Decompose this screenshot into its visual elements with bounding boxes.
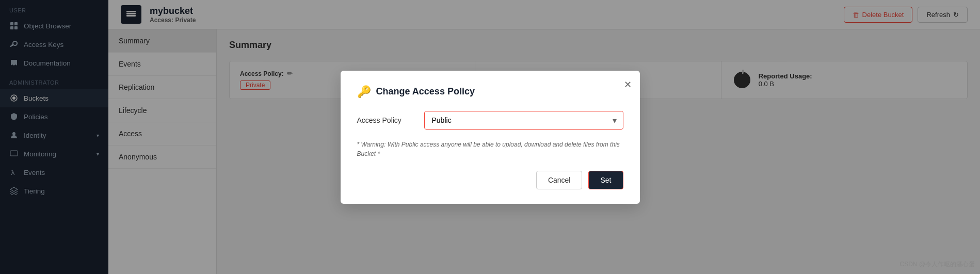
modal-header: 🔑 Change Access Policy — [357, 85, 623, 99]
modal-overlay[interactable]: ✕ 🔑 Change Access Policy Access Policy P… — [0, 0, 980, 274]
modal-field-access-policy: Access Policy Private Public Custom ▾ — [357, 111, 623, 130]
cancel-button[interactable]: Cancel — [536, 171, 583, 189]
modal-title: Change Access Policy — [376, 86, 475, 97]
modal-actions: Cancel Set — [357, 171, 623, 189]
change-access-policy-modal: ✕ 🔑 Change Access Policy Access Policy P… — [341, 71, 640, 204]
modal-select-wrapper: Private Public Custom ▾ — [424, 111, 623, 130]
modal-close-button[interactable]: ✕ — [624, 79, 632, 90]
set-button[interactable]: Set — [588, 171, 623, 189]
modal-field-label: Access Policy — [357, 116, 414, 124]
watermark: CSDN @令人作呕的潘心蛋 — [899, 260, 975, 269]
key-modal-icon: 🔑 — [357, 85, 371, 99]
access-policy-select[interactable]: Private Public Custom — [425, 111, 623, 129]
modal-warning-text: * Warning: With Public access anyone wil… — [357, 140, 623, 158]
